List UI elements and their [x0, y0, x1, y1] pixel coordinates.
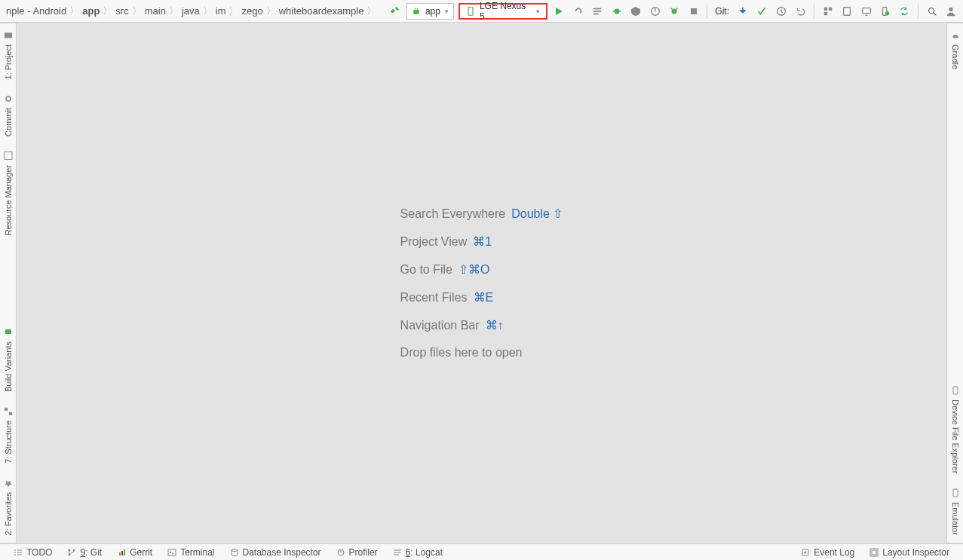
separator: [814, 5, 814, 18]
svg-rect-3: [468, 7, 473, 15]
database-inspector-tool[interactable]: Database Inspector: [222, 547, 329, 558]
svg-point-1: [415, 8, 416, 9]
project-structure-icon[interactable]: [820, 4, 835, 19]
device-manager-icon[interactable]: [878, 4, 892, 19]
list-icon: [14, 548, 23, 557]
svg-rect-35: [121, 551, 123, 555]
terminal-tool[interactable]: Terminal: [160, 547, 222, 558]
attach-debugger-icon[interactable]: [667, 4, 681, 19]
commit-icon: [4, 94, 13, 103]
svg-point-7: [614, 8, 619, 14]
device-icon: [951, 386, 960, 395]
left-tool-stripe: 1: Project Commit Resource Manager Build…: [0, 23, 17, 543]
editor-empty-area[interactable]: Search Everywhere Double ⇧ Project View …: [17, 23, 946, 543]
avd-manager-icon[interactable]: [839, 4, 854, 19]
device-icon: [466, 7, 475, 16]
commit-tool-tab[interactable]: Commit: [4, 87, 13, 144]
device-dropdown[interactable]: LGE Nexus 5 ▾: [458, 3, 547, 20]
device-label: LGE Nexus 5: [480, 1, 532, 22]
breadcrumb-package[interactable]: whiteboardexample: [278, 5, 366, 17]
breadcrumb-src[interactable]: src: [114, 5, 130, 17]
layout-inspector-tool[interactable]: Layout Inspector: [862, 547, 957, 558]
breadcrumb-java[interactable]: java: [180, 5, 201, 17]
svg-point-21: [929, 8, 934, 13]
svg-rect-29: [953, 387, 958, 394]
svg-rect-15: [828, 7, 831, 10]
structure-tab[interactable]: 7: Structure: [4, 399, 13, 471]
shortcut: ⇧⌘O: [458, 262, 489, 277]
search-icon[interactable]: [925, 4, 939, 19]
gerrit-tool[interactable]: Gerrit: [109, 547, 160, 558]
sync-gradle-icon[interactable]: [897, 4, 912, 19]
svg-rect-27: [9, 412, 12, 415]
logcat-icon: [393, 548, 402, 557]
chevron-down-icon: ▾: [445, 8, 449, 15]
chevron-right-icon: 〉: [130, 5, 143, 18]
chevron-right-icon: 〉: [201, 5, 214, 18]
hint-search-everywhere: Search Everywhere Double ⇧: [400, 207, 563, 221]
coverage-icon[interactable]: [628, 4, 643, 19]
android-icon: [4, 328, 13, 337]
profiler-tool[interactable]: Profiler: [329, 547, 385, 558]
branch-icon: [67, 548, 76, 557]
breadcrumb-im[interactable]: im: [214, 5, 228, 17]
apply-code-changes-icon[interactable]: [590, 4, 605, 19]
profile-icon[interactable]: [648, 4, 662, 19]
event-log-tool[interactable]: Event Log: [793, 547, 862, 558]
git-pull-icon[interactable]: [735, 4, 750, 19]
chevron-right-icon: 〉: [265, 5, 278, 18]
breadcrumb-root[interactable]: nple - Android: [5, 5, 68, 17]
svg-rect-36: [124, 549, 125, 555]
gerrit-icon: [117, 548, 126, 557]
run-toolbar: app ▾ LGE Nexus 5 ▾ Git:: [382, 0, 963, 22]
breadcrumb-zego[interactable]: zego: [240, 5, 264, 17]
git-label: Git:: [713, 6, 731, 17]
git-history-icon[interactable]: [774, 4, 788, 19]
svg-rect-34: [119, 552, 121, 555]
logcat-tool[interactable]: 6: Logcat: [385, 547, 450, 558]
svg-rect-5: [593, 11, 602, 12]
git-commit-icon[interactable]: [754, 4, 768, 19]
chevron-right-icon: 〉: [101, 5, 114, 18]
emulator-tab[interactable]: Emulator: [951, 481, 960, 543]
separator: [918, 5, 919, 18]
gradle-tab[interactable]: Gradle: [951, 23, 960, 77]
svg-rect-25: [5, 152, 12, 160]
svg-rect-4: [593, 8, 602, 9]
project-tool-tab[interactable]: 1: Project: [4, 23, 13, 87]
breadcrumb-main[interactable]: main: [143, 5, 167, 17]
svg-rect-0: [413, 9, 419, 14]
favorites-tab[interactable]: 2: Favorites: [4, 471, 13, 543]
hint-drop-files: Drop files here to open: [400, 346, 563, 360]
shortcut: Double ⇧: [511, 207, 563, 221]
git-tool[interactable]: 9: Git: [60, 547, 109, 558]
hint-navigation-bar: Navigation Bar ⌘↑: [400, 318, 563, 332]
todo-tool[interactable]: TODO: [6, 547, 60, 558]
svg-rect-23: [5, 32, 12, 38]
user-icon[interactable]: [944, 4, 958, 19]
terminal-icon: [167, 548, 176, 557]
chevron-right-icon: 〉: [68, 5, 81, 18]
apply-changes-icon[interactable]: [571, 4, 585, 19]
git-rollback-icon[interactable]: [793, 4, 807, 19]
build-variants-tab[interactable]: Build Variants: [4, 320, 13, 399]
sdk-manager-icon[interactable]: [859, 4, 873, 19]
stop-icon[interactable]: [686, 4, 701, 19]
database-icon: [230, 548, 239, 557]
run-icon[interactable]: [552, 4, 566, 19]
bottom-tool-stripe: TODO 9: Git Gerrit Terminal Database Ins…: [0, 543, 963, 560]
shortcut: ⌘1: [473, 234, 492, 249]
debug-icon[interactable]: [609, 4, 624, 19]
svg-point-2: [417, 8, 419, 9]
keymap-hints: Search Everywhere Double ⇧ Project View …: [400, 207, 563, 360]
hammer-icon[interactable]: [387, 4, 401, 19]
android-icon: [412, 7, 421, 16]
svg-point-24: [6, 96, 11, 101]
resource-manager-tab[interactable]: Resource Manager: [4, 144, 13, 243]
run-config-dropdown[interactable]: app ▾: [406, 3, 454, 20]
emulator-icon: [951, 488, 960, 497]
breadcrumb-app[interactable]: app: [81, 5, 101, 17]
svg-rect-14: [823, 7, 827, 10]
device-file-explorer-tab[interactable]: Device File Explorer: [951, 378, 960, 481]
run-config-label: app: [425, 6, 440, 17]
